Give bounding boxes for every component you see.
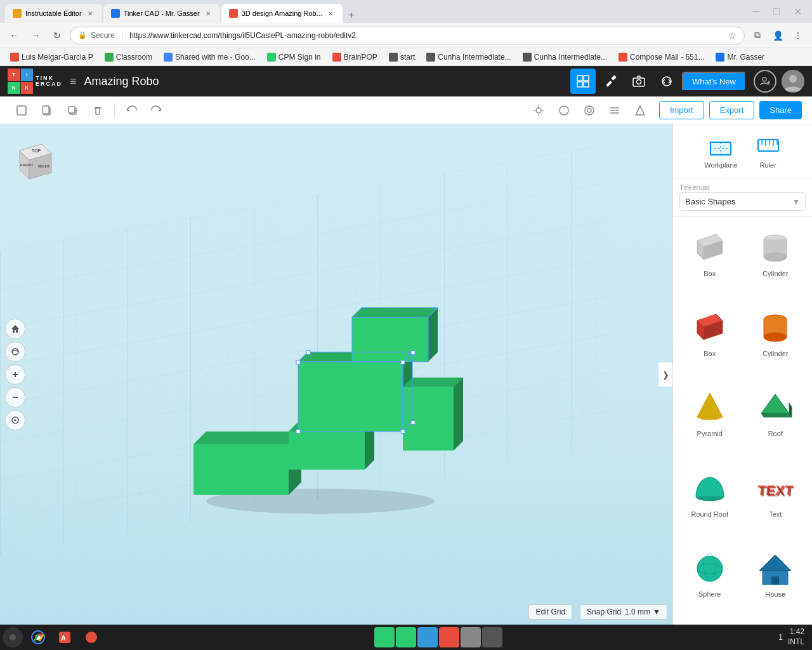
taskbar-red-icon[interactable] — [439, 627, 459, 647]
align-view-button[interactable] — [603, 99, 626, 122]
reload-button[interactable]: ↻ — [48, 27, 66, 44]
grid-view-button[interactable] — [570, 69, 596, 94]
fit-view-button[interactable] — [5, 410, 25, 430]
workplane-tool[interactable]: Workplane — [698, 129, 743, 173]
orbit-button[interactable] — [5, 342, 25, 362]
shape-round-roof-teal[interactable]: Round Roof — [678, 462, 742, 540]
bookmark-2[interactable]: Classroom — [100, 51, 157, 63]
bookmark-10[interactable]: Mr. Gasser — [710, 51, 769, 63]
edit-grid-button[interactable]: Edit Grid — [528, 604, 572, 620]
taskbar-green-icon[interactable] — [374, 627, 395, 647]
text-red-svg: TEXT TEXT — [756, 468, 794, 507]
address-bar[interactable]: 🔒 Secure | https://www.tinkercad.com/thi… — [70, 27, 745, 44]
more-button[interactable]: ⋮ — [789, 27, 807, 44]
home-view-button[interactable] — [5, 319, 25, 339]
browser-tab-2[interactable]: Tinker CAD - Mr. Gasser ✕ — [103, 4, 220, 23]
taskbar-green-icon-2[interactable] — [396, 627, 416, 647]
light-icon — [533, 105, 544, 116]
tab-title-1: Instructable Editor — [25, 10, 82, 17]
shape-house-blue[interactable]: House — [744, 542, 808, 620]
light-view-button[interactable] — [527, 99, 550, 122]
svg-text:A: A — [61, 634, 66, 642]
shape-sphere-teal[interactable]: Sphere — [678, 542, 742, 620]
zoom-in-icon — [11, 370, 20, 379]
box-red-label: Box — [704, 350, 716, 357]
camera-tool-button[interactable] — [626, 69, 652, 94]
taskbar-gray-icon[interactable] — [461, 627, 481, 647]
hamburger-menu-icon[interactable]: ≡ — [70, 75, 77, 88]
shapes-dropdown[interactable]: Basic Shapes ▼ — [679, 192, 806, 211]
hammer-tool-button[interactable] — [598, 69, 624, 94]
share-button[interactable]: Share — [759, 101, 802, 119]
taskbar-chrome[interactable] — [25, 626, 51, 649]
shape-roof-green[interactable]: Roof — [744, 381, 808, 459]
whats-new-button[interactable]: What's New — [682, 72, 746, 91]
back-button[interactable]: ← — [5, 27, 23, 44]
taskbar-app-2[interactable] — [79, 626, 104, 649]
bookmark-3[interactable]: Shared with me - Goo... — [159, 51, 261, 63]
delete-button[interactable] — [86, 99, 109, 122]
view-cube[interactable]: TOP FRONT RIGHT — [10, 135, 61, 185]
bookmark-star-icon[interactable]: ☆ — [728, 30, 737, 41]
bookmark-8[interactable]: Cunha Intermediate... — [518, 51, 612, 63]
shape-box-gray[interactable]: Box — [678, 222, 742, 299]
redo-button[interactable] — [145, 99, 168, 122]
taskbar: A — [0, 625, 812, 650]
undo-button[interactable] — [120, 99, 143, 122]
bookmark-4[interactable]: CPM Sign in — [262, 51, 326, 63]
tab-close-1[interactable]: ✕ — [86, 9, 95, 18]
panel-collapse-button[interactable]: ❯ — [658, 362, 672, 387]
shape-text-red[interactable]: TEXT TEXT Text — [744, 462, 808, 540]
taskbar-page-num: 1 — [778, 633, 783, 642]
import-button[interactable]: Import — [659, 101, 704, 119]
svg-rect-79 — [758, 140, 778, 151]
user-avatar[interactable] — [782, 70, 804, 93]
bookmark-5[interactable]: BrainPOP — [327, 51, 383, 63]
circle-view-button[interactable] — [553, 99, 575, 122]
shape-box-red[interactable]: Box — [678, 302, 742, 379]
svg-point-13 — [789, 75, 797, 83]
viewport[interactable]: TOP FRONT RIGHT — [0, 124, 672, 625]
restore-button[interactable]: □ — [768, 6, 785, 17]
browser-tab-1[interactable]: Instructable Editor ✕ — [5, 4, 102, 23]
copy-button[interactable] — [36, 99, 58, 122]
bookmark-9[interactable]: Compose Mail - 651... — [613, 51, 709, 63]
redo-icon — [151, 105, 162, 116]
shape-pyramid-yellow[interactable]: Pyramid — [678, 381, 742, 459]
profile-button[interactable]: 👤 — [769, 27, 787, 44]
duplicate-button[interactable] — [61, 99, 84, 122]
zoom-in-button[interactable] — [5, 364, 25, 385]
forward-button[interactable]: → — [27, 27, 44, 44]
export-button[interactable]: Export — [709, 101, 755, 119]
code-tool-button[interactable] — [654, 69, 679, 94]
snap-grid-value-button[interactable]: 1.0 mm ▼ — [625, 607, 660, 616]
zoom-out-button[interactable] — [5, 387, 25, 408]
target-view-button[interactable] — [578, 99, 601, 122]
close-button[interactable]: ✕ — [789, 6, 807, 18]
add-user-button[interactable] — [754, 70, 776, 93]
svg-rect-5 — [611, 75, 616, 80]
shape-cylinder-orange[interactable]: Cylinder — [744, 302, 808, 379]
start-button[interactable] — [3, 627, 23, 647]
taskbar-blue-icon[interactable] — [417, 627, 438, 647]
svg-point-20 — [536, 108, 541, 113]
new-shape-button[interactable] — [10, 99, 33, 122]
browser-tab-3[interactable]: 3D design Amazing Rob... ✕ — [221, 4, 343, 23]
shape-cylinder-gray[interactable]: Cylinder — [744, 222, 808, 299]
ruler-tool[interactable]: Ruler — [749, 129, 787, 173]
design-name[interactable]: Amazing Robo — [84, 75, 563, 88]
bookmark-1[interactable]: Luis Melgar-Garcia P — [5, 51, 98, 63]
measure-view-button[interactable] — [629, 99, 652, 122]
3d-model-svg — [162, 254, 479, 521]
taskbar-dark-icon[interactable] — [482, 627, 502, 647]
minimize-button[interactable]: ─ — [747, 6, 764, 17]
new-tab-button[interactable]: + — [344, 8, 359, 23]
tab-close-2[interactable]: ✕ — [204, 9, 213, 18]
bookmark-7[interactable]: Cunha Intermediate... — [421, 51, 516, 63]
taskbar-app-1[interactable]: A — [52, 626, 77, 649]
extensions-button[interactable]: ⧉ — [749, 27, 766, 44]
tab-close-3[interactable]: ✕ — [326, 9, 335, 18]
nav-controls — [5, 319, 25, 430]
house-blue-icon — [755, 547, 796, 588]
bookmark-6[interactable]: start — [384, 51, 420, 63]
